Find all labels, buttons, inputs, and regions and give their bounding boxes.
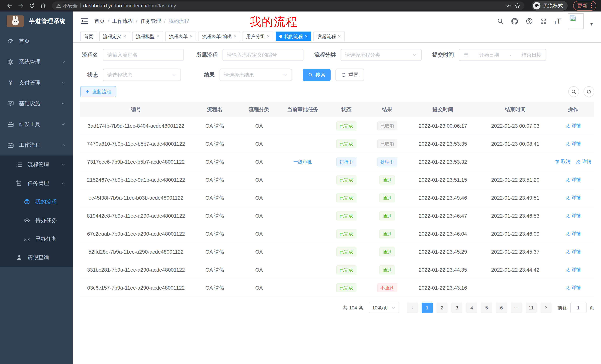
tab-close-icon[interactable]: ×	[267, 34, 270, 39]
page-button[interactable]: 3	[451, 303, 462, 313]
detail-link[interactable]: 详情	[565, 194, 581, 201]
cell-name: OA 请假	[192, 153, 238, 171]
detail-link[interactable]: 详情	[576, 158, 591, 164]
result-badge: 已取消	[377, 140, 397, 148]
goto-page-input[interactable]	[570, 303, 587, 313]
view-tab[interactable]: 流程模型 ×	[132, 31, 163, 41]
page-button[interactable]: 1	[421, 303, 433, 313]
url-bar[interactable]: 不安全 dashboard.yudao.iocoder.cn/bpm/task/…	[52, 1, 524, 10]
tab-close-icon[interactable]: ×	[233, 34, 236, 39]
view-tab[interactable]: 发起流程 ×	[313, 31, 344, 41]
page-button[interactable]: 2	[436, 303, 448, 313]
task-link[interactable]: 一级审批	[293, 159, 312, 165]
sidebar-item[interactable]: 流程管理	[0, 155, 73, 174]
sidebar-item[interactable]: 我的流程	[0, 192, 73, 211]
browser-menu-icon[interactable]	[591, 3, 592, 8]
breadcrumb-item[interactable]: 我的流程	[169, 18, 189, 25]
tab-close-icon[interactable]: ×	[156, 34, 159, 39]
cell-actions: 取消 详情	[552, 153, 594, 171]
browser-home-icon[interactable]	[38, 1, 48, 10]
view-tab[interactable]: 流程表单-编辑 ×	[199, 31, 240, 41]
sidebar-collapse-icon[interactable]	[80, 17, 88, 25]
prev-page-button[interactable]	[407, 303, 418, 313]
page-button[interactable]: ⋯	[511, 303, 522, 313]
search-icon[interactable]	[497, 18, 504, 25]
browser-forward-icon[interactable]	[16, 1, 26, 10]
tab-close-icon[interactable]: ×	[305, 34, 308, 39]
topbar: 首页 / 工作流程 / 任务管理 / 我的流程 我的流程	[73, 11, 601, 31]
view-tab[interactable]: 流程表单 ×	[165, 31, 196, 41]
security-warning[interactable]: 不安全	[56, 3, 78, 9]
incognito-badge: 无痕模式	[531, 1, 568, 10]
sidebar-item[interactable]: 请假查询	[0, 248, 73, 267]
tab-close-icon[interactable]: ×	[190, 34, 193, 39]
table-row: 03c6c157-7b9a-11ec-a290-acde48001122 OA …	[80, 279, 594, 297]
avatar[interactable]	[568, 13, 583, 29]
chevron-icon	[60, 122, 66, 127]
breadcrumb-item[interactable]: 工作流程 /	[112, 18, 140, 25]
detail-link[interactable]: 详情	[565, 140, 581, 147]
cell-submit-time: 2022-01-22 23:51:15	[407, 171, 479, 189]
warning-icon	[56, 3, 61, 8]
view-tab[interactable]: 流程定义 ×	[99, 31, 130, 41]
page-button[interactable]: 4	[466, 303, 477, 313]
cell-category: OA	[238, 261, 280, 279]
sidebar-item[interactable]: 系统管理	[0, 52, 73, 72]
bookmark-star-icon[interactable]	[514, 3, 521, 9]
reset-button[interactable]: 重置	[335, 69, 364, 81]
cell-end-time: 2022-01-22 23:44:42	[479, 261, 552, 279]
browser-reload-icon[interactable]	[27, 1, 37, 10]
sidebar-item[interactable]: 已办任务	[0, 230, 73, 248]
view-tab[interactable]: 用户分组 ×	[242, 31, 273, 41]
sidebar-item[interactable]: 任务管理	[0, 174, 73, 192]
page-size-select[interactable]: 10条/页	[369, 303, 399, 313]
browser-back-icon[interactable]	[5, 1, 14, 10]
detail-link[interactable]: 详情	[565, 176, 581, 182]
create-process-button[interactable]: 发起流程	[80, 86, 116, 97]
sidebar-item[interactable]: 支付管理	[0, 72, 73, 93]
sidebar-item-label: 研发工具	[19, 121, 60, 128]
result-filter-select[interactable]: 请选择流结果	[220, 69, 292, 81]
next-page-button[interactable]	[541, 303, 551, 313]
toggle-search-button[interactable]	[568, 86, 579, 97]
sidebar-item[interactable]: 首页	[0, 31, 73, 52]
category-filter-select[interactable]: 请选择流程分类	[341, 49, 421, 61]
github-icon[interactable]	[511, 17, 519, 25]
view-tab[interactable]: 首页	[80, 31, 97, 41]
name-filter-input[interactable]	[103, 49, 184, 61]
status-filter-select[interactable]: 请选择状态	[103, 69, 181, 81]
trash-icon	[555, 159, 560, 164]
result-badge: 通过	[380, 266, 395, 274]
detail-link[interactable]: 详情	[565, 284, 581, 290]
page-button[interactable]: 11	[526, 303, 537, 313]
page-button[interactable]: 5	[481, 303, 492, 313]
detail-link[interactable]: 详情	[565, 123, 581, 129]
detail-link[interactable]: 详情	[565, 230, 581, 237]
tab-close-icon[interactable]: ×	[123, 34, 126, 39]
detail-link[interactable]: 详情	[565, 249, 581, 255]
key-icon[interactable]	[506, 3, 512, 9]
tab-close-icon[interactable]: ×	[338, 34, 341, 39]
breadcrumb-item[interactable]: 任务管理 /	[140, 18, 169, 25]
sidebar-item[interactable]: 工作流程	[0, 135, 73, 155]
search-button[interactable]: 搜索	[303, 69, 331, 81]
sidebar-item[interactable]: 研发工具	[0, 114, 73, 135]
detail-link[interactable]: 详情	[565, 266, 581, 273]
refresh-table-button[interactable]	[583, 86, 594, 97]
view-tab[interactable]: 我的流程 ×	[276, 31, 311, 41]
definition-filter-input[interactable]	[222, 49, 303, 61]
goto-unit: 页	[590, 305, 594, 311]
time-range-picker[interactable]: 开始日期 - 结束日期	[459, 49, 546, 61]
help-icon[interactable]	[526, 18, 533, 25]
result-badge: 不通过	[377, 284, 397, 292]
avatar-caret-icon[interactable]: ▼	[590, 22, 594, 27]
font-size-icon[interactable]: TT	[554, 18, 561, 25]
breadcrumb-item[interactable]: 首页 /	[94, 18, 112, 25]
sidebar-item[interactable]: 基础设施	[0, 93, 73, 114]
cancel-link[interactable]: 取消	[555, 158, 570, 164]
sidebar-item[interactable]: 待办任务	[0, 211, 73, 230]
page-button[interactable]: 6	[496, 303, 507, 313]
detail-link[interactable]: 详情	[565, 212, 581, 219]
update-button[interactable]: 更新	[573, 1, 596, 10]
fullscreen-icon[interactable]	[540, 18, 547, 25]
